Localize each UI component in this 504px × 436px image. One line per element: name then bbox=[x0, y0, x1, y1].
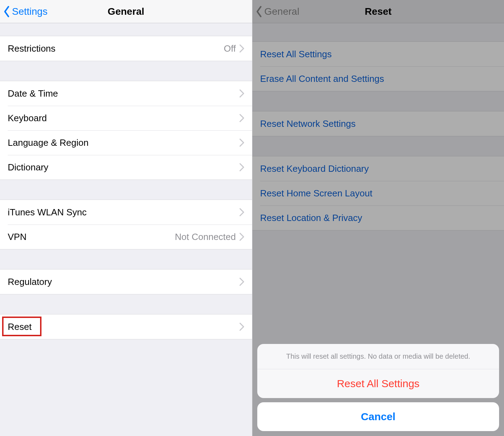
row-erase-all-content-settings[interactable]: Erase All Content and Settings bbox=[252, 66, 504, 91]
row-restrictions[interactable]: Restrictions Off bbox=[0, 36, 252, 61]
row-date-time[interactable]: Date & Time bbox=[0, 81, 252, 106]
row-label: Reset Network Settings bbox=[260, 118, 496, 129]
action-sheet-cancel-group: Cancel bbox=[257, 402, 499, 431]
row-dictionary[interactable]: Dictionary bbox=[0, 155, 252, 180]
row-label: Restrictions bbox=[8, 43, 224, 54]
row-regulatory[interactable]: Regulatory bbox=[0, 269, 252, 294]
settings-group: Reset bbox=[0, 314, 252, 339]
row-label: Reset bbox=[8, 321, 239, 332]
row-reset-location-privacy[interactable]: Reset Location & Privacy bbox=[252, 206, 504, 230]
settings-group: iTunes WLAN Sync VPN Not Connected bbox=[0, 200, 252, 249]
row-label: Language & Region bbox=[8, 137, 239, 148]
section-gap bbox=[0, 61, 252, 81]
back-to-settings-button[interactable]: Settings bbox=[0, 6, 47, 18]
action-sheet-message: This will reset all settings. No data or… bbox=[257, 344, 499, 369]
chevron-right-icon bbox=[239, 323, 244, 331]
action-sheet: This will reset all settings. No data or… bbox=[257, 344, 499, 431]
settings-group: Restrictions Off bbox=[0, 36, 252, 61]
row-reset-keyboard-dictionary[interactable]: Reset Keyboard Dictionary bbox=[252, 156, 504, 181]
chevron-right-icon bbox=[239, 138, 244, 147]
row-label: Reset Home Screen Layout bbox=[260, 188, 496, 199]
section-gap bbox=[0, 249, 252, 269]
chevron-right-icon bbox=[239, 163, 244, 171]
back-label: Settings bbox=[12, 6, 47, 17]
row-value: Off bbox=[224, 43, 236, 54]
section-gap bbox=[252, 23, 504, 41]
row-itunes-wlan-sync[interactable]: iTunes WLAN Sync bbox=[0, 200, 252, 224]
row-value: Not Connected bbox=[175, 232, 236, 242]
row-label: Regulatory bbox=[8, 276, 239, 287]
chevron-right-icon bbox=[239, 114, 244, 122]
row-label: Keyboard bbox=[8, 113, 239, 124]
chevron-right-icon bbox=[239, 233, 244, 241]
row-label: VPN bbox=[8, 232, 175, 242]
chevron-right-icon bbox=[239, 89, 244, 98]
row-label: Reset All Settings bbox=[260, 49, 496, 60]
row-vpn[interactable]: VPN Not Connected bbox=[0, 224, 252, 249]
row-language-region[interactable]: Language & Region bbox=[0, 130, 252, 155]
chevron-right-icon bbox=[239, 208, 244, 216]
chevron-left-icon bbox=[256, 6, 263, 18]
row-label: Reset Keyboard Dictionary bbox=[260, 163, 496, 174]
row-label: Erase All Content and Settings bbox=[260, 73, 496, 84]
row-reset-home-screen-layout[interactable]: Reset Home Screen Layout bbox=[252, 181, 504, 206]
navbar-reset: General Reset bbox=[252, 0, 504, 23]
chevron-right-icon bbox=[239, 44, 244, 53]
chevron-right-icon bbox=[239, 278, 244, 286]
section-gap bbox=[252, 136, 504, 156]
row-reset-network-settings[interactable]: Reset Network Settings bbox=[252, 111, 504, 136]
section-gap bbox=[252, 91, 504, 111]
navbar-general: Settings General bbox=[0, 0, 252, 23]
chevron-left-icon bbox=[4, 6, 11, 18]
section-gap bbox=[0, 180, 252, 200]
action-sheet-cancel-button[interactable]: Cancel bbox=[257, 402, 499, 431]
reset-group: Reset All Settings Erase All Content and… bbox=[252, 41, 504, 91]
general-settings-panel: Settings General Restrictions Off Date &… bbox=[0, 0, 252, 436]
row-keyboard[interactable]: Keyboard bbox=[0, 106, 252, 130]
row-label: iTunes WLAN Sync bbox=[8, 207, 239, 218]
reset-group: Reset Network Settings bbox=[252, 111, 504, 136]
action-sheet-top: This will reset all settings. No data or… bbox=[257, 344, 499, 398]
reset-group: Reset Keyboard Dictionary Reset Home Scr… bbox=[252, 156, 504, 230]
row-reset[interactable]: Reset bbox=[0, 314, 252, 339]
reset-panel: General Reset Reset All Settings Erase A… bbox=[252, 0, 504, 436]
section-gap bbox=[0, 23, 252, 36]
back-to-general-button[interactable]: General bbox=[252, 6, 299, 18]
row-reset-all-settings[interactable]: Reset All Settings bbox=[252, 42, 504, 66]
back-label: General bbox=[264, 6, 299, 17]
row-label: Dictionary bbox=[8, 162, 239, 173]
section-gap bbox=[0, 294, 252, 314]
settings-group: Date & Time Keyboard Language & Region D… bbox=[0, 81, 252, 180]
row-label: Reset Location & Privacy bbox=[260, 213, 496, 223]
settings-group: Regulatory bbox=[0, 269, 252, 294]
row-label: Date & Time bbox=[8, 88, 239, 99]
action-sheet-reset-button[interactable]: Reset All Settings bbox=[257, 369, 499, 398]
